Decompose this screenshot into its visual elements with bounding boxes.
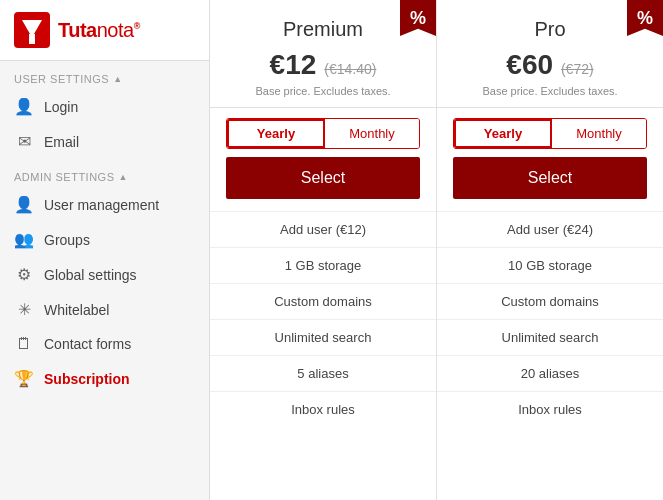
- sidebar-item-login[interactable]: 👤 Login: [0, 89, 209, 124]
- premium-feature-2: Custom domains: [210, 283, 436, 319]
- pro-tax-note: Base price. Excludes taxes.: [453, 85, 647, 97]
- premium-feature-5: Inbox rules: [210, 391, 436, 427]
- person-icon: 👤: [14, 97, 34, 116]
- pro-feature-0: Add user (€24): [437, 211, 663, 247]
- premium-price: €12: [270, 49, 317, 80]
- pro-select-button[interactable]: Select: [453, 157, 647, 199]
- user-settings-section: USER SETTINGS ▲: [0, 61, 209, 89]
- email-icon: ✉: [14, 132, 34, 151]
- logo-icon: [14, 12, 50, 48]
- pro-plan-header: % Pro €60 (€72) Base price. Excludes tax…: [437, 0, 663, 108]
- pro-feature-2: Custom domains: [437, 283, 663, 319]
- user-management-icon: 👤: [14, 195, 34, 214]
- pro-price-row: €60 (€72): [453, 49, 647, 81]
- sidebar-item-global-settings-label: Global settings: [44, 267, 137, 283]
- sidebar-item-user-management-label: User management: [44, 197, 159, 213]
- sidebar-item-groups[interactable]: 👥 Groups: [0, 222, 209, 257]
- chevron-up-icon: ▲: [113, 74, 122, 84]
- pro-billing-toggle: Yearly Monthly: [453, 118, 647, 149]
- premium-tax-note: Base price. Excludes taxes.: [226, 85, 420, 97]
- pro-yearly-button[interactable]: Yearly: [454, 119, 552, 148]
- sidebar-item-contact-forms-label: Contact forms: [44, 336, 131, 352]
- sidebar-item-login-label: Login: [44, 99, 78, 115]
- premium-select-button[interactable]: Select: [226, 157, 420, 199]
- premium-feature-4: 5 aliases: [210, 355, 436, 391]
- admin-settings-section: ADMIN SETTINGS ▲: [0, 159, 209, 187]
- premium-monthly-button[interactable]: Monthly: [325, 119, 419, 148]
- logo-area: Tutanota®: [0, 0, 209, 61]
- pro-price: €60: [506, 49, 553, 80]
- sidebar-item-groups-label: Groups: [44, 232, 90, 248]
- pro-plan-name: Pro: [453, 18, 647, 41]
- chevron-up-icon-admin: ▲: [119, 172, 128, 182]
- sidebar-item-subscription-label: Subscription: [44, 371, 130, 387]
- sidebar: Tutanota® USER SETTINGS ▲ 👤 Login ✉ Emai…: [0, 0, 210, 500]
- pro-feature-4: 20 aliases: [437, 355, 663, 391]
- sidebar-item-subscription[interactable]: 🏆 Subscription: [0, 361, 209, 396]
- premium-billing-toggle: Yearly Monthly: [226, 118, 420, 149]
- premium-price-old: (€14.40): [324, 61, 376, 77]
- subscription-icon: 🏆: [14, 369, 34, 388]
- pro-feature-5: Inbox rules: [437, 391, 663, 427]
- main-content: % Premium €12 (€14.40) Base price. Exclu…: [210, 0, 663, 500]
- premium-price-row: €12 (€14.40): [226, 49, 420, 81]
- contact-forms-icon: 🗒: [14, 335, 34, 353]
- pro-monthly-button[interactable]: Monthly: [552, 119, 646, 148]
- whitelabel-icon: ✳: [14, 300, 34, 319]
- pro-price-old: (€72): [561, 61, 594, 77]
- sidebar-item-email-label: Email: [44, 134, 79, 150]
- premium-feature-1: 1 GB storage: [210, 247, 436, 283]
- premium-feature-0: Add user (€12): [210, 211, 436, 247]
- pro-feature-1: 10 GB storage: [437, 247, 663, 283]
- plans-container: % Premium €12 (€14.40) Base price. Exclu…: [210, 0, 663, 500]
- premium-plan-header: % Premium €12 (€14.40) Base price. Exclu…: [210, 0, 436, 108]
- logo-text: Tutanota®: [58, 19, 140, 42]
- premium-yearly-button[interactable]: Yearly: [227, 119, 325, 148]
- premium-plan-name: Premium: [226, 18, 420, 41]
- svg-rect-2: [29, 34, 35, 44]
- sidebar-item-user-management[interactable]: 👤 User management: [0, 187, 209, 222]
- groups-icon: 👥: [14, 230, 34, 249]
- sidebar-item-whitelabel-label: Whitelabel: [44, 302, 109, 318]
- pro-plan: % Pro €60 (€72) Base price. Excludes tax…: [436, 0, 663, 500]
- gear-icon: ⚙: [14, 265, 34, 284]
- pro-feature-3: Unlimited search: [437, 319, 663, 355]
- sidebar-item-whitelabel[interactable]: ✳ Whitelabel: [0, 292, 209, 327]
- premium-feature-3: Unlimited search: [210, 319, 436, 355]
- premium-plan: % Premium €12 (€14.40) Base price. Exclu…: [210, 0, 436, 500]
- sidebar-item-contact-forms[interactable]: 🗒 Contact forms: [0, 327, 209, 361]
- sidebar-item-global-settings[interactable]: ⚙ Global settings: [0, 257, 209, 292]
- sidebar-item-email[interactable]: ✉ Email: [0, 124, 209, 159]
